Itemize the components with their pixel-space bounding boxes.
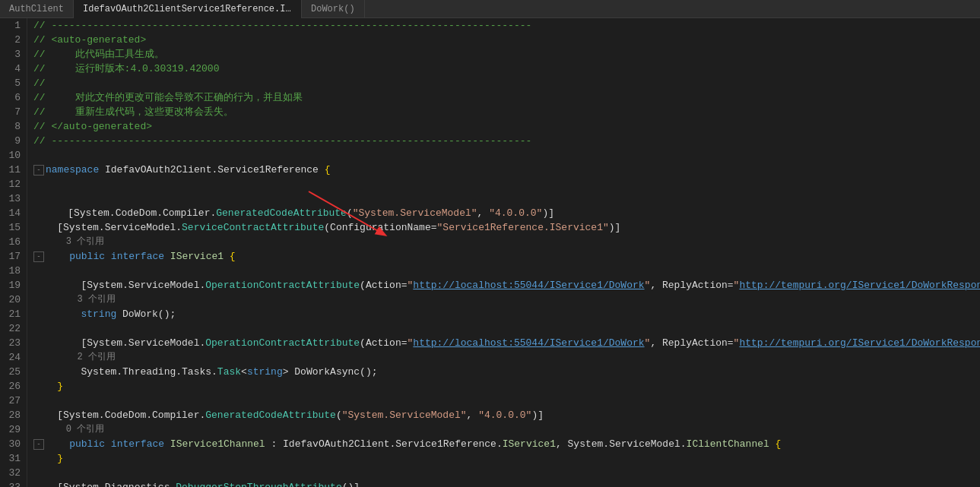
str-19c: " [734, 278, 740, 293]
code-line-25: System.Threading.Tasks.Task<string> DoWo… [33, 365, 974, 379]
sys-15b: ServiceModel. [105, 220, 182, 235]
kw-public-17: public [69, 249, 111, 264]
link-19b[interactable]: http://tempuri.org/IService1/DoWorkRespo… [739, 278, 980, 293]
code-line-19: [System.ServiceModel.OperationContractAt… [33, 278, 974, 293]
line-num-32: 32 [3, 466, 21, 480]
str-14b: "4.0.0.0" [489, 206, 542, 220]
sys-28a: System. [63, 408, 105, 422]
line-num-27: 27 [3, 394, 21, 408]
cfg-15: ConfigurationName= [330, 220, 436, 235]
brace-open-17: { [230, 249, 236, 264]
iface-ref2-30: IClientChannel [687, 437, 775, 451]
code-line-18 [33, 264, 974, 278]
refcount-24: 2 个引用 [33, 350, 116, 365]
code-line-12 [33, 177, 974, 191]
editor-area: 1 2 3 4 5 6 7 8 9 10 11 12 13 14 15 16 1 [0, 18, 980, 487]
paren-15a: ( [324, 220, 330, 235]
line-num-23: 23 [3, 336, 21, 350]
kw-namespace: namespace [46, 163, 105, 177]
indent-31 [33, 451, 57, 466]
line-num-8: 8 [3, 119, 21, 134]
link-19a[interactable]: http://localhost:55044/IService1/DoWork [413, 278, 644, 293]
collapse-icon-30[interactable]: - [33, 439, 44, 450]
sys-23a: System. [87, 336, 128, 350]
brace-close-26: } [57, 379, 63, 394]
kw-string-21: string [81, 307, 122, 321]
lines-and-code: 1 2 3 4 5 6 7 8 9 10 11 12 13 14 15 16 1 [0, 18, 980, 487]
line-num-12: 12 [3, 177, 21, 191]
tab-dowork[interactable]: DoWork() [302, 0, 365, 18]
code-line-6: // 对此文件的更改可能会导致不正确的行为，并且如果 [33, 90, 974, 105]
line-num-30: 30 [3, 437, 21, 451]
sys-25: System.Threading.Tasks. [81, 365, 217, 379]
comma-14: , [477, 206, 490, 220]
comment-1: // -------------------------------------… [33, 18, 531, 33]
indent-21 [33, 307, 81, 321]
indent-25 [33, 365, 81, 379]
str-28b: "4.0.0.0" [478, 408, 531, 422]
line-num-1: 1 [3, 18, 21, 33]
sys-14c: Compiler. [163, 206, 216, 220]
kw-interface-30: interface [111, 437, 170, 451]
str-28a: "System.ServiceModel" [342, 408, 467, 422]
generic-25b: > DoWorkAsync(); [283, 365, 378, 379]
line-num-31: 31 [3, 451, 21, 466]
line-num-16: 16 [3, 235, 21, 249]
line-num-11: 11 [3, 163, 21, 177]
editor-root: AuthClient IdefavOAuth2ClientService1Ref… [0, 0, 980, 487]
attr-28: GeneratedCodeAttribute [205, 408, 336, 422]
paren-15b: )] [609, 220, 621, 235]
code-line-15: [System.ServiceModel.ServiceContractAttr… [33, 220, 974, 235]
editor-wrapper: 1 2 3 4 5 6 7 8 9 10 11 12 13 14 15 16 1 [0, 18, 980, 487]
str-15: "Service1Reference.IService1" [437, 220, 609, 235]
code-line-26: } [33, 379, 974, 394]
line-num-19: 19 [3, 278, 21, 293]
sys-33a: System. [63, 480, 105, 487]
line-num-7: 7 [3, 105, 21, 119]
line-num-25: 25 [3, 365, 21, 379]
comment-3: // 此代码由工具生成。 [33, 47, 164, 62]
sys-19b: ServiceModel. [128, 278, 205, 293]
generic-25: < [241, 365, 247, 379]
tab-authclient[interactable]: AuthClient [0, 0, 74, 18]
paren-19a: (Action= [360, 278, 407, 293]
attr-19: OperationContractAttribute [205, 278, 360, 293]
line-num-28: 28 [3, 408, 21, 422]
sys-14b: CodeDom. [116, 206, 163, 220]
indent-26 [33, 379, 57, 394]
attr-33: DebuggerStepThroughAttribute [176, 480, 341, 487]
method-21: DoWork(); [122, 307, 176, 321]
indent-33: [ [33, 480, 63, 487]
line-num-10: 10 [3, 148, 21, 163]
code-line-28: [System.CodeDom.Compiler.GeneratedCodeAt… [33, 408, 974, 422]
code-line-8: // </auto-generated> [33, 119, 974, 134]
sep-30: , System.ServiceModel. [556, 437, 687, 451]
link-23a[interactable]: http://localhost:55044/IService1/DoWork [413, 336, 644, 350]
brace-open-30: { [775, 437, 782, 451]
code-line-14: [System.CodeDom.Compiler.GeneratedCodeAt… [33, 206, 974, 220]
sys-23b: ServiceModel. [128, 336, 205, 350]
comment-9: // -------------------------------------… [33, 134, 531, 148]
line-num-6: 6 [3, 90, 21, 105]
tab-iservice1client[interactable]: IdefavOAuth2ClientService1Reference.ISer… [74, 0, 302, 18]
line-num-5: 5 [3, 76, 21, 90]
line-num-14: 14 [3, 206, 21, 220]
iface-name-30: IService1Channel [170, 437, 271, 451]
link-23b[interactable]: http://tempuri.org/IService1/DoWorkRespo… [739, 336, 980, 350]
collapse-icon-11[interactable]: - [33, 165, 44, 176]
code-line-1: // -------------------------------------… [33, 18, 974, 33]
code-line-16: 3 个引用 [33, 235, 974, 249]
sys-19a: System. [87, 278, 128, 293]
str-14a: "System.ServiceModel" [353, 206, 477, 220]
ns-name: IdefavOAuth2Client.Service1Reference [105, 163, 325, 177]
code-line-17: - public interface IService1 { [33, 249, 974, 264]
comment-5: // [33, 76, 46, 90]
line-num-2: 2 [3, 33, 21, 47]
str-23b: " [645, 336, 651, 350]
paren-28b: )] [531, 408, 544, 422]
collapse-icon-17[interactable]: - [33, 251, 44, 262]
paren-28a: ( [336, 408, 342, 422]
tab-bar[interactable]: AuthClient IdefavOAuth2ClientService1Ref… [0, 0, 980, 18]
code-line-10 [33, 148, 974, 163]
comment-7: // 重新生成代码，这些更改将会丢失。 [33, 105, 233, 119]
